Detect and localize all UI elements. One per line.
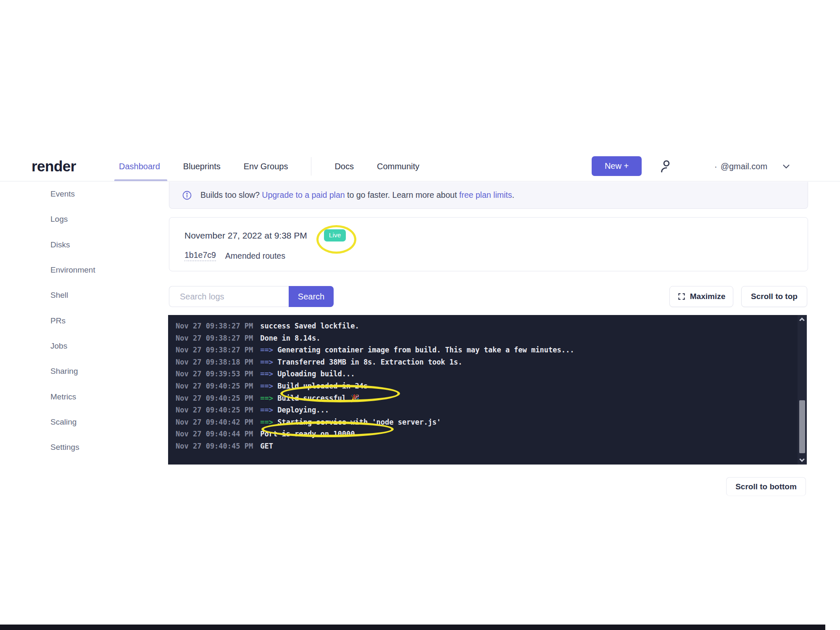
- nav-env-groups[interactable]: Env Groups: [244, 162, 288, 171]
- deploy-commit-row: 1b1e7c9 Amended routes: [184, 250, 285, 261]
- log-message: success Saved lockfile.: [260, 322, 359, 330]
- deploy-date: November 27, 2022 at 9:38 PM: [184, 231, 307, 241]
- top-navbar: render Dashboard Blueprints Env Groups D…: [0, 151, 840, 181]
- log-arrow: ==>: [260, 418, 277, 426]
- deploy-header-row: November 27, 2022 at 9:38 PM Live: [184, 229, 346, 242]
- banner-text: Builds too slow? Upgrade to a paid plan …: [200, 190, 514, 200]
- maximize-label: Maximize: [690, 292, 725, 301]
- maximize-icon: [677, 292, 686, 301]
- log-timestamp: Nov 27 09:40:42 PM: [176, 418, 253, 426]
- banner-text-after: .: [512, 190, 514, 200]
- service-sidebar: Events Logs Disks Environment Shell PRs …: [50, 181, 151, 460]
- banner-text-before: Builds too slow?: [200, 190, 262, 200]
- log-timestamp: Nov 27 09:38:18 PM: [176, 358, 253, 366]
- new-button[interactable]: New +: [592, 156, 642, 176]
- free-plan-limits-link[interactable]: free plan limits: [459, 190, 512, 200]
- sidebar-item-sharing[interactable]: Sharing: [50, 359, 151, 384]
- upgrade-plan-link[interactable]: Upgrade to a paid plan: [262, 190, 345, 200]
- log-timestamp: Nov 27 09:39:53 PM: [176, 370, 253, 378]
- log-timestamp: Nov 27 09:38:27 PM: [176, 322, 253, 330]
- log-message: Build successful 🎉: [277, 394, 359, 402]
- log-line: Nov 27 09:40:42 PM==> Starting service w…: [176, 416, 790, 428]
- sidebar-item-events[interactable]: Events: [50, 181, 151, 207]
- maximize-button[interactable]: Maximize: [669, 286, 733, 307]
- log-timestamp: Nov 27 09:38:27 PM: [176, 346, 253, 354]
- bottom-bar: [0, 625, 825, 630]
- log-message: Transferred 38MB in 8s. Extraction took …: [277, 358, 462, 366]
- log-timestamp: Nov 27 09:40:25 PM: [176, 406, 253, 414]
- nav-dashboard[interactable]: Dashboard: [119, 162, 160, 171]
- sidebar-item-shell[interactable]: Shell: [50, 283, 151, 308]
- nav-divider: [311, 157, 311, 176]
- sidebar-item-logs[interactable]: Logs: [50, 207, 151, 232]
- search-button[interactable]: Search: [289, 286, 334, 307]
- sidebar-item-settings[interactable]: Settings: [50, 435, 151, 460]
- log-timestamp: Nov 27 09:40:25 PM: [176, 394, 253, 402]
- log-message: Generating container image from build. T…: [277, 346, 574, 354]
- log-arrow: ==>: [260, 382, 277, 390]
- account-menu[interactable]: · @gmail.com: [714, 151, 791, 181]
- sidebar-item-disks[interactable]: Disks: [50, 232, 151, 257]
- log-message: Deploying...: [277, 406, 329, 414]
- banner-text-mid: to go faster. Learn more about: [345, 190, 459, 200]
- log-line-build-successful: Nov 27 09:40:25 PM==> Build successful 🎉: [176, 392, 790, 404]
- log-lines: Nov 27 09:38:27 PMsuccess Saved lockfile…: [176, 320, 790, 452]
- nav-blueprints[interactable]: Blueprints: [183, 162, 221, 171]
- log-timestamp: Nov 27 09:38:27 PM: [176, 334, 253, 342]
- log-arrow: ==>: [260, 358, 277, 366]
- log-line: Nov 27 09:40:45 PMGET: [176, 440, 790, 452]
- primary-nav: Dashboard Blueprints Env Groups Docs Com…: [119, 151, 419, 181]
- sidebar-item-prs[interactable]: PRs: [50, 308, 151, 333]
- scrollbar-down-arrow-icon[interactable]: [799, 457, 805, 462]
- sidebar-item-jobs[interactable]: Jobs: [50, 333, 151, 359]
- scrollbar-up-arrow-icon[interactable]: [799, 318, 805, 323]
- log-line: Nov 27 09:40:25 PM==> Build uploaded in …: [176, 380, 790, 392]
- info-icon: [182, 190, 192, 200]
- render-logo: render: [32, 151, 76, 181]
- search-logs-input[interactable]: [169, 286, 289, 307]
- scroll-to-bottom-button[interactable]: Scroll to bottom: [726, 477, 806, 496]
- commit-hash-link[interactable]: 1b1e7c9: [184, 250, 216, 261]
- sidebar-item-environment[interactable]: Environment: [50, 257, 151, 283]
- log-line: Nov 27 09:38:27 PMDone in 8.14s.: [176, 332, 790, 344]
- log-timestamp: Nov 27 09:40:45 PM: [176, 442, 253, 450]
- log-arrow: ==>: [260, 370, 277, 378]
- user-prefix-dot: ·: [714, 162, 717, 171]
- upgrade-banner: Builds too slow? Upgrade to a paid plan …: [169, 182, 808, 209]
- log-message: GET: [260, 442, 273, 450]
- sidebar-item-scaling[interactable]: Scaling: [50, 410, 151, 435]
- sidebar-item-metrics[interactable]: Metrics: [50, 384, 151, 409]
- scrollbar-thumb[interactable]: [799, 400, 805, 453]
- log-line: Nov 27 09:39:53 PM==> Uploading build...: [176, 368, 790, 380]
- nav-community[interactable]: Community: [377, 162, 419, 171]
- log-message: Done in 8.14s.: [260, 334, 320, 342]
- log-message: Build uploaded in 24s: [277, 382, 368, 390]
- user-email: @gmail.com: [721, 162, 767, 171]
- log-line: Nov 27 09:38:27 PMsuccess Saved lockfile…: [176, 320, 790, 332]
- log-message: Starting service with 'node server.js': [277, 418, 441, 426]
- user-avatar-icon[interactable]: [658, 158, 675, 175]
- log-arrow: ==>: [260, 346, 277, 354]
- page: render Dashboard Blueprints Env Groups D…: [0, 0, 840, 630]
- nav-docs[interactable]: Docs: [334, 162, 354, 171]
- live-status-badge: Live: [324, 229, 346, 242]
- deploy-card: November 27, 2022 at 9:38 PM Live 1b1e7c…: [169, 217, 808, 271]
- log-terminal[interactable]: Nov 27 09:38:27 PMsuccess Saved lockfile…: [168, 315, 807, 465]
- chevron-down-icon: [782, 162, 791, 171]
- terminal-scrollbar[interactable]: [798, 315, 807, 465]
- log-line: Nov 27 09:38:27 PM==> Generating contain…: [176, 344, 790, 356]
- log-line: Nov 27 09:38:18 PM==> Transferred 38MB i…: [176, 356, 790, 368]
- log-timestamp: Nov 27 09:40:25 PM: [176, 382, 253, 390]
- log-arrow: ==>: [260, 406, 277, 414]
- active-tab-underline: [114, 179, 167, 181]
- log-arrow: ==>: [260, 394, 277, 402]
- log-line: Nov 27 09:40:25 PM==> Deploying...: [176, 404, 790, 416]
- scroll-to-top-button[interactable]: Scroll to top: [741, 286, 807, 307]
- log-timestamp: Nov 27 09:40:44 PM: [176, 430, 253, 438]
- log-line-port-ready: Nov 27 09:40:44 PMPort is ready on 10000: [176, 428, 790, 440]
- log-message: Uploading build...: [277, 370, 355, 378]
- commit-message: Amended routes: [225, 251, 285, 261]
- log-message: Port is ready on 10000: [260, 430, 355, 438]
